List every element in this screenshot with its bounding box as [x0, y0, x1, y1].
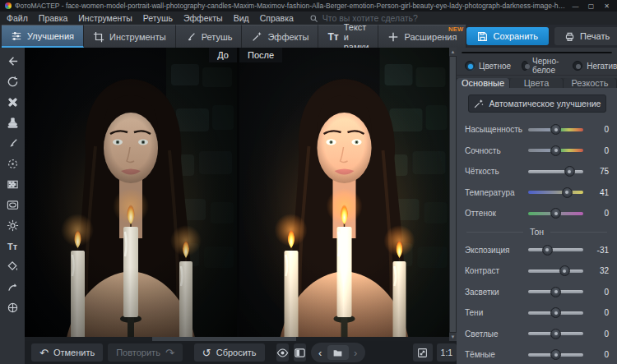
tool-change-background[interactable]: [2, 277, 23, 297]
tone-section-title: Тон: [530, 227, 544, 237]
slider-highlights: Засветки0: [457, 282, 617, 303]
slider-vibrance-handle[interactable]: [550, 145, 561, 156]
slider-shadows-track[interactable]: [528, 311, 583, 315]
after-image[interactable]: После: [239, 48, 449, 341]
photo-navigator: ‹ ›: [311, 343, 365, 362]
slider-shadows: Тени0: [457, 302, 617, 324]
tab-tools[interactable]: Инструменты: [84, 25, 176, 48]
preview-original-button[interactable]: [276, 343, 289, 362]
slider-saturation-handle[interactable]: [550, 124, 561, 135]
slider-saturation-track[interactable]: [528, 128, 583, 131]
slider-vibrance-track[interactable]: [528, 149, 583, 152]
menu-item-effects[interactable]: Эффекты: [183, 13, 223, 23]
tab-enhance[interactable]: Улучшения: [2, 25, 84, 48]
minimize-button[interactable]: —: [568, 1, 582, 11]
mode-bw[interactable]: Черно-белое: [522, 57, 562, 75]
vertical-scroll-thumb[interactable]: [450, 57, 456, 332]
radio-dot: [522, 61, 528, 71]
slider-blacks: Тёмные0: [457, 344, 617, 364]
save-button[interactable]: Сохранить: [466, 27, 549, 45]
curve-icon: [7, 281, 19, 293]
tool-target-correction[interactable]: [2, 297, 23, 318]
menu-item-edit[interactable]: Правка: [39, 13, 67, 23]
menu-item-retouch[interactable]: Ретушь: [143, 13, 173, 23]
slider-whites-track[interactable]: [528, 332, 583, 335]
tool-crop-rotate[interactable]: [2, 71, 23, 92]
open-folder-button[interactable]: [327, 345, 349, 360]
panel-tabs: ОсновныеЦветаРезкость: [457, 78, 617, 88]
magic-wand-icon: [473, 99, 484, 109]
tool-back[interactable]: [2, 51, 23, 71]
slider-temperature-handle[interactable]: [562, 187, 573, 198]
slider-whites-handle[interactable]: [550, 329, 561, 339]
tool-graduated-filter[interactable]: [2, 174, 23, 195]
slider-label: Чёткость: [465, 167, 522, 176]
slider-temperature-track[interactable]: [528, 191, 583, 194]
slider-exposure-handle[interactable]: [542, 245, 553, 256]
slider-blacks-handle[interactable]: [550, 349, 561, 360]
previous-photo-button[interactable]: ‹: [313, 347, 327, 359]
menu-item-instruments[interactable]: Инструменты: [78, 13, 132, 23]
tool-brightness[interactable]: [2, 215, 23, 236]
tab-text-frames[interactable]: TтТекст и рамки: [318, 25, 378, 48]
bucket-icon: [7, 260, 19, 273]
slider-label: Температура: [465, 188, 522, 197]
slider-clarity-handle[interactable]: [564, 166, 575, 177]
plus-icon: [387, 31, 399, 43]
close-button[interactable]: ✕: [600, 1, 614, 11]
slider-exposure-track[interactable]: [528, 248, 583, 251]
mode-negative[interactable]: Негатив: [573, 61, 617, 71]
print-button[interactable]: Печать: [554, 27, 617, 45]
after-photo: [239, 48, 449, 341]
slider-label: Насыщенность: [465, 125, 522, 134]
tool-brush[interactable]: [2, 133, 23, 154]
actual-size-button[interactable]: 1:1: [437, 343, 457, 362]
tool-clone-stamp[interactable]: [2, 113, 23, 133]
tool-radial-filter[interactable]: [2, 154, 23, 174]
before-image[interactable]: До: [25, 48, 237, 341]
tool-healing[interactable]: [2, 92, 23, 113]
menu-item-view[interactable]: Вид: [234, 13, 249, 23]
slider-saturation: Насыщенность0: [457, 119, 617, 141]
reset-button[interactable]: ↺ Сбросить: [194, 343, 265, 362]
radio-dot: [573, 61, 582, 71]
compare-view-button[interactable]: [294, 343, 306, 362]
auto-enhance-button[interactable]: Автоматическое улучшение: [468, 94, 606, 113]
slider-contrast-track[interactable]: [528, 270, 583, 273]
tab-effects[interactable]: Эффекты: [242, 25, 318, 48]
slider-tint-track[interactable]: [528, 212, 583, 215]
menu-item-help[interactable]: Справка: [260, 13, 294, 23]
panel-tab-sharpness[interactable]: Резкость: [564, 78, 617, 88]
horizontal-scrollbar[interactable]: [25, 337, 449, 341]
scroll-up-icon[interactable]: ▲: [449, 48, 457, 56]
slider-highlights-handle[interactable]: [550, 287, 561, 297]
scroll-down-icon[interactable]: ▼: [449, 333, 457, 341]
fit-to-screen-button[interactable]: [413, 343, 433, 362]
tool-fill[interactable]: [2, 256, 23, 277]
slider-tint-handle[interactable]: [550, 208, 561, 219]
panel-tab-basic[interactable]: Основные: [457, 78, 510, 88]
undo-button[interactable]: ↶ Отменить: [31, 343, 103, 362]
tab-retouch[interactable]: Ретушь: [176, 25, 243, 48]
horizontal-scroll-thumb[interactable]: [152, 337, 296, 341]
next-photo-button[interactable]: ›: [349, 347, 363, 359]
slider-blacks-track[interactable]: [528, 353, 583, 357]
window-titlebar: ФотоМАСТЕР - face-women-model-portrait-w…: [0, 0, 617, 12]
slider-shadows-handle[interactable]: [550, 307, 561, 318]
slider-highlights-track[interactable]: [528, 290, 583, 293]
radial-icon: [7, 158, 19, 170]
vertical-scrollbar[interactable]: ▲ ▼: [449, 48, 457, 341]
tab-extensions[interactable]: РасширенияNEW: [378, 25, 466, 48]
basic-tab-content: Автоматическое улучшение Насыщенность0Со…: [457, 88, 617, 364]
redo-button[interactable]: Повторить ↷: [108, 343, 183, 362]
menu-item-file[interactable]: Файл: [7, 13, 28, 23]
slider-contrast-handle[interactable]: [559, 265, 570, 276]
maximize-button[interactable]: ▢: [584, 1, 598, 11]
search-icon: [309, 14, 318, 23]
tool-text[interactable]: Tт: [2, 236, 23, 256]
slider-contrast: Контраст32: [457, 260, 617, 282]
panel-tab-colors[interactable]: Цвета: [510, 78, 564, 88]
slider-clarity-track[interactable]: [528, 170, 583, 173]
mode-color[interactable]: Цветное: [465, 61, 511, 71]
tool-vignette[interactable]: [2, 195, 23, 215]
